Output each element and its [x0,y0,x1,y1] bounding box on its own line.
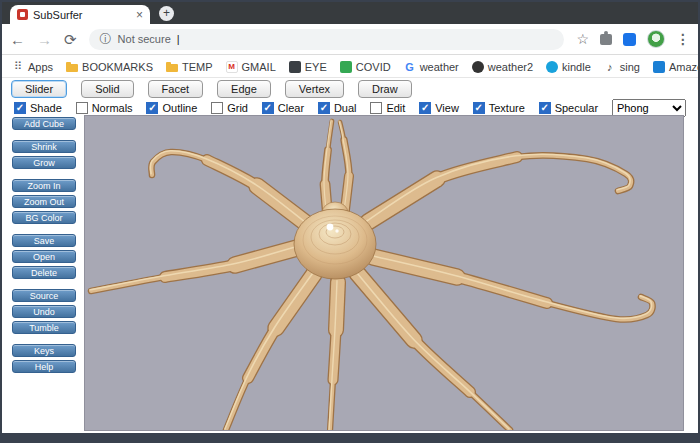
checkbox-outline[interactable]: Outline [146,102,197,114]
reload-icon[interactable]: ⟳ [64,32,77,47]
octopus-model [85,116,684,431]
sidebar-button-bg-color[interactable]: BG Color [12,211,76,224]
browser-client-area: SubSurfer × + ← → ⟳ ⓘ Not secure | ☆ ⋮ [2,2,698,433]
toolbar-button-vertex[interactable]: Vertex [285,80,344,98]
browser-menu-icon[interactable]: ⋮ [676,31,690,47]
bookmark-item-amazon-music[interactable]: Amazon Music Libr... [653,61,698,73]
sidebar-button-help[interactable]: Help [12,360,76,373]
covid-app-icon [340,61,352,73]
bookmark-star-icon[interactable]: ☆ [576,31,589,47]
gmail-icon: M [226,61,238,73]
bookmark-item-temp[interactable]: TEMP [166,61,213,73]
toolbar-button-slider[interactable]: Slider [11,80,67,98]
weather2-app-icon [472,61,484,73]
bookmark-item-eye[interactable]: EYE [289,61,327,73]
music-note-icon: ♪ [604,61,616,73]
bookmark-label: Amazon Music Libr... [669,61,698,73]
eye-app-icon [289,61,301,73]
toolbar-button-solid[interactable]: Solid [81,80,133,98]
bookmark-item-kindle[interactable]: kindle [546,61,591,73]
bookmark-label: weather [420,61,459,73]
checkbox-box[interactable] [318,102,330,114]
viewport-canvas[interactable] [84,115,684,431]
mode-toolbar: Slider Solid Facet Edge Vertex Draw [2,78,698,100]
checkbox-normals[interactable]: Normals [76,102,133,114]
checkbox-box[interactable] [419,102,431,114]
tab-strip: SubSurfer × + [2,2,698,24]
options-row: Shade Normals Outline Grid Clear Dual [2,100,698,115]
back-icon[interactable]: ← [10,32,25,47]
checkbox-label: Normals [92,102,133,114]
checkbox-box[interactable] [76,102,88,114]
bookmark-label: kindle [562,61,591,73]
sidebar-button-zoom-out[interactable]: Zoom Out [12,195,76,208]
checkbox-box[interactable] [211,102,223,114]
site-info-icon[interactable]: ⓘ [100,31,112,48]
sidebar-button-add-cube[interactable]: Add Cube [12,117,76,130]
checkbox-box[interactable] [539,102,551,114]
new-tab-button[interactable]: + [159,6,174,21]
extensions-puzzle-icon[interactable] [600,34,612,45]
sidebar-button-zoom-in[interactable]: Zoom In [12,179,76,192]
checkbox-box[interactable] [146,102,158,114]
google-g-icon: G [404,61,416,73]
bookmark-label: Apps [28,61,53,73]
apps-grid-icon: ⠿ [12,61,24,73]
sidebar-button-source[interactable]: Source [12,289,76,302]
checkbox-specular[interactable]: Specular [539,102,598,114]
specular-highlight [327,224,334,231]
checkbox-box[interactable] [370,102,382,114]
checkbox-edit[interactable]: Edit [370,102,405,114]
tab-close-icon[interactable]: × [136,9,143,21]
bookmark-label: TEMP [182,61,213,73]
checkbox-dual[interactable]: Dual [318,102,357,114]
sidebar-button-open[interactable]: Open [12,250,76,263]
bookmark-item-bookmarks[interactable]: BOOKMARKS [66,61,153,73]
bookmark-label: EYE [305,61,327,73]
bookmark-label: weather2 [488,61,533,73]
checkbox-box[interactable] [473,102,485,114]
toolbar-button-facet[interactable]: Facet [148,80,204,98]
bookmark-item-apps[interactable]: ⠿ Apps [12,61,53,73]
sidebar-button-keys[interactable]: Keys [12,344,76,357]
checkbox-label: Dual [334,102,357,114]
checkbox-shade[interactable]: Shade [14,102,62,114]
sidebar-button-shrink[interactable]: Shrink [12,140,76,153]
kindle-app-icon [546,61,558,73]
toolbar-button-edge[interactable]: Edge [217,80,271,98]
checkbox-clear[interactable]: Clear [262,102,304,114]
bookmark-label: GMAIL [242,61,276,73]
browser-tab[interactable]: SubSurfer × [10,5,150,24]
bookmark-item-weather2[interactable]: weather2 [472,61,533,73]
checkbox-label: Specular [555,102,598,114]
bookmarks-bar: ⠿ Apps BOOKMARKS TEMP M GMAIL EYE COVI [2,56,698,78]
checkbox-grid[interactable]: Grid [211,102,248,114]
tool-sidebar: Add Cube Shrink Grow Zoom In Zoom Out BG… [4,115,84,431]
bookmark-item-weather[interactable]: G weather [404,61,459,73]
sidebar-button-save[interactable]: Save [12,234,76,247]
bookmark-label: COVID [356,61,391,73]
checkbox-box[interactable] [14,102,26,114]
tab-title: SubSurfer [33,9,131,21]
toolbar-button-draw[interactable]: Draw [358,80,412,98]
checkbox-view[interactable]: View [419,102,459,114]
bookmark-item-gmail[interactable]: M GMAIL [226,61,276,73]
tab-favicon-icon [17,9,28,20]
forward-icon[interactable]: → [37,32,52,47]
amazon-music-icon [653,61,665,73]
address-bar[interactable]: ⓘ Not secure | [89,29,565,50]
checkbox-box[interactable] [262,102,274,114]
sidebar-button-undo[interactable]: Undo [12,305,76,318]
navbar-right-icons: ☆ ⋮ [576,30,690,48]
shading-select[interactable]: Phong [612,99,686,117]
sidebar-button-tumble[interactable]: Tumble [12,321,76,334]
extension-blue-icon[interactable] [623,33,636,46]
profile-avatar[interactable] [647,30,665,48]
bookmark-item-covid[interactable]: COVID [340,61,391,73]
model-tentacles [90,120,652,431]
sidebar-button-delete[interactable]: Delete [12,266,76,279]
checkbox-texture[interactable]: Texture [473,102,525,114]
navigation-bar: ← → ⟳ ⓘ Not secure | ☆ ⋮ [2,24,698,55]
sidebar-button-grow[interactable]: Grow [12,156,76,169]
bookmark-item-sing[interactable]: ♪ sing [604,61,640,73]
